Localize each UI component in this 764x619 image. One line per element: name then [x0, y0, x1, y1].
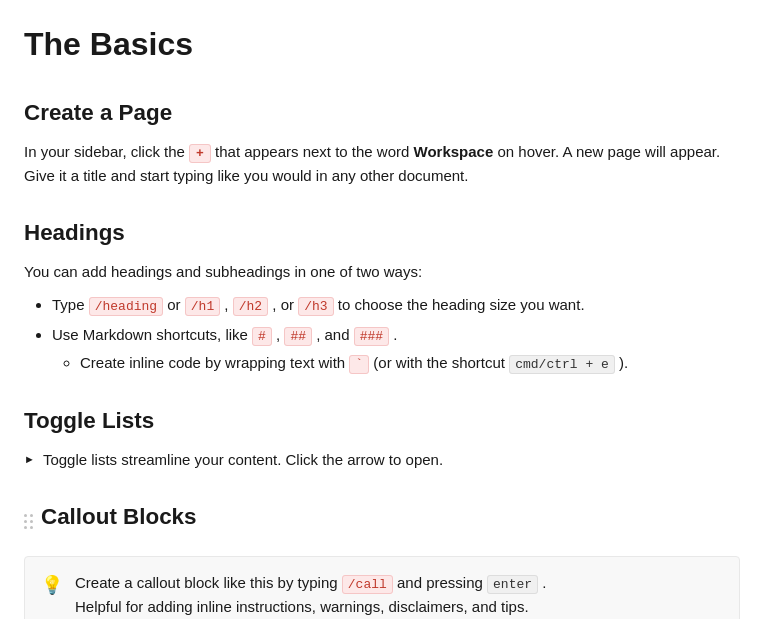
toggle-list-text: Toggle lists streamline your content. Cl…: [43, 448, 443, 472]
toggle-list-item: ► Toggle lists streamline your content. …: [24, 448, 740, 472]
workspace-bold: Workspace: [414, 143, 494, 160]
headings-intro: You can add headings and subheadings in …: [24, 260, 740, 284]
code-hash3: ###: [354, 327, 389, 346]
code-h3: /h3: [298, 297, 333, 316]
callout-line1: Create a callout block like this by typi…: [75, 571, 546, 596]
drag-handle-icon: [24, 514, 33, 529]
bullet1-text-before: Type: [52, 296, 89, 313]
create-page-heading: Create a Page: [24, 96, 740, 130]
headings-list: Type /heading or /h1 , /h2 , or /h3 to c…: [24, 292, 740, 376]
headings-sub-list-item-1: Create inline code by wrapping text with…: [80, 350, 740, 376]
toggle-list: ► Toggle lists streamline your content. …: [24, 448, 740, 472]
callout-blocks-section: Callout Blocks 💡 Create a callout block …: [24, 500, 740, 619]
toggle-lists-heading: Toggle Lists: [24, 404, 740, 438]
code-hash2: ##: [284, 327, 312, 346]
page-title: The Basics: [24, 20, 740, 68]
callout-line2: Helpful for adding inline instructions, …: [75, 595, 546, 619]
create-page-text-before: In your sidebar, click the: [24, 143, 185, 160]
plus-code: +: [189, 144, 211, 163]
code-h1: /h1: [185, 297, 220, 316]
code-backtick: `: [349, 355, 369, 374]
toggle-arrow-icon: ►: [24, 451, 35, 469]
callout-emoji: 💡: [41, 572, 63, 599]
callout-blocks-heading-wrapper: Callout Blocks: [24, 500, 740, 544]
code-hash1: #: [252, 327, 272, 346]
headings-list-item-1: Type /heading or /h1 , /h2 , or /h3 to c…: [52, 292, 740, 318]
callout-text: Create a callout block like this by typi…: [75, 571, 546, 619]
callout-code-enter: enter: [487, 575, 538, 594]
create-page-body: In your sidebar, click the + that appear…: [24, 140, 740, 189]
code-h2: /h2: [233, 297, 268, 316]
callout-code-call: /call: [342, 575, 393, 594]
code-cmdctrle: cmd/ctrl + e: [509, 355, 615, 374]
code-heading: /heading: [89, 297, 163, 316]
headings-sub-list: Create inline code by wrapping text with…: [52, 350, 740, 376]
callout-box: 💡 Create a callout block like this by ty…: [24, 556, 740, 619]
callout-blocks-heading: Callout Blocks: [41, 500, 197, 534]
bullet1-or: or: [163, 296, 185, 313]
headings-list-item-2: Use Markdown shortcuts, like # , ## , an…: [52, 322, 740, 376]
headings-heading: Headings: [24, 216, 740, 250]
